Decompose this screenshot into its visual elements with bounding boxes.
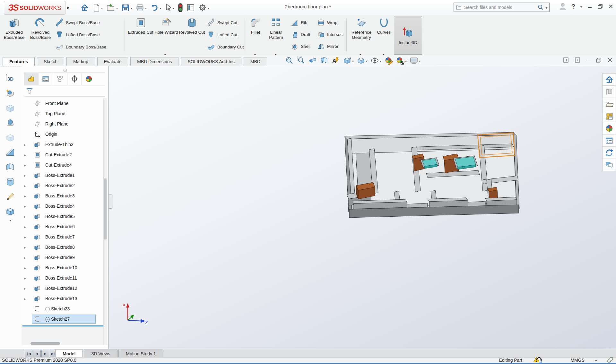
tab-motion-study-1[interactable]: Motion Study 1 [118,350,163,358]
tree-item[interactable]: Boss-Extrude1 [22,170,103,180]
previous-view-button[interactable] [308,56,317,65]
expand-arrow-icon[interactable] [24,162,28,168]
edit-appearance-button[interactable] [384,56,393,65]
tree-item[interactable]: Boss-Extrude7 [22,232,103,242]
reference-geometry-button[interactable]: Reference Geometry [349,17,374,40]
expand-arrow-icon[interactable] [24,142,28,147]
view-palette-button[interactable] [603,110,616,122]
revolved-boss-base-button[interactable]: Revolved Boss/Base [28,17,53,40]
solidworks-forum-button[interactable] [603,147,616,159]
pane-grip-handle[interactable] [63,69,67,72]
instant3d-button[interactable]: Instant3D [394,16,422,55]
pane-splitter-handle[interactable] [109,195,113,209]
tab-feature-manager-tree[interactable] [24,73,39,85]
left-toolbar-expand-caret[interactable] [4,217,17,222]
undo-caret[interactable] [160,5,161,11]
help-button[interactable]: ? [571,3,575,10]
zoom-to-area-button[interactable] [297,56,305,65]
undo-button[interactable] [149,3,162,13]
tree-item[interactable]: Boss-Extrude11 [22,273,103,283]
revolved-cut-button[interactable]: Revolved Cut [179,17,205,35]
restore-button[interactable] [597,4,603,9]
tab-configuration-manager[interactable] [53,73,67,85]
tree-item[interactable]: Boss-Extrude3 [22,191,103,201]
view-orientation-button[interactable] [343,56,354,65]
search-input[interactable] [464,4,535,10]
custom-properties-button[interactable] [603,134,616,147]
display-style-caret[interactable] [366,58,368,64]
shell-button[interactable]: Shell [291,41,310,51]
zoom-to-fit-button[interactable] [285,56,294,65]
search-caret[interactable] [546,4,547,10]
expand-arrow-icon[interactable] [24,265,28,270]
user-account-icon[interactable] [559,3,566,10]
select-caret[interactable] [173,5,174,11]
rib-button[interactable]: Rib [291,18,310,28]
tab-property-manager[interactable] [39,73,53,85]
open-button[interactable] [105,3,119,13]
expand-arrow-icon[interactable] [24,245,28,250]
appearances-scenes-button[interactable] [603,122,616,134]
section-view-button[interactable] [320,56,328,65]
document-minimize-button[interactable]: — [586,57,591,63]
left-tool-icon-8[interactable] [4,176,17,188]
tree-item[interactable]: Extrude-Thin3 [22,139,103,150]
minimize-button[interactable] [587,4,592,9]
tab-mbd[interactable]: MBD [244,57,267,66]
save-caret[interactable] [131,5,132,11]
close-button[interactable] [608,4,613,9]
settings-button[interactable] [197,3,210,13]
units-caret[interactable] [595,358,597,361]
expand-arrow-icon[interactable] [24,286,28,291]
tree-item[interactable]: Boss-Extrude4 [22,201,103,211]
previous-window-button[interactable] [563,57,569,63]
tree-item[interactable]: Origin [22,129,103,139]
tree-item[interactable]: Boss-Extrude13 [22,293,103,304]
tree-item[interactable]: Boss-Extrude2 [22,180,103,191]
left-tool-icon-2[interactable] [4,87,17,100]
tree-item[interactable]: Front Plane [22,98,103,108]
expand-arrow-icon[interactable] [24,152,28,157]
floorplan-model[interactable] [345,132,519,218]
home-button[interactable] [80,3,90,13]
tab-features[interactable]: Features [3,57,35,66]
help-caret[interactable] [580,4,582,9]
new-document-button[interactable] [91,3,104,13]
vertical-scrollbar-thumb[interactable] [104,178,107,239]
left-tool-icon-5[interactable] [4,131,17,144]
tab-model[interactable]: Model [55,350,83,358]
expand-arrow-icon[interactable] [24,234,28,239]
swept-cut-button[interactable]: Swept Cut [207,18,244,27]
design-library-button[interactable] [603,86,616,98]
extruded-boss-base-button[interactable]: Extruded Boss/Base [1,17,27,40]
select-button[interactable] [164,3,175,13]
open-caret[interactable] [116,5,118,11]
fillet-button[interactable]: Fillet [247,17,265,35]
units-selector[interactable]: MMGS [570,358,585,363]
view-orientation-caret[interactable] [352,58,354,64]
tree-item[interactable]: Boss-Extrude10 [22,263,103,273]
left-tool-icon-9[interactable] [4,190,17,203]
tree-filter-row[interactable] [24,85,105,97]
left-tool-icon-3[interactable] [4,102,17,115]
tree-item[interactable]: Boss-Extrude9 [22,252,103,263]
comments-button[interactable] [603,159,616,171]
tree-item[interactable]: (-) Sketch23 [22,304,103,314]
expand-arrow-icon[interactable] [24,204,28,209]
expand-arrow-icon[interactable] [24,214,28,219]
left-tool-icon-7[interactable] [4,161,17,174]
curves-button[interactable]: Curves [375,17,393,35]
vertical-scrollbar[interactable] [103,98,107,345]
left-tool-icon-10[interactable] [4,205,17,218]
expand-arrow-icon[interactable] [24,275,28,281]
previous-tab-button[interactable]: ◀ [33,350,41,357]
tab-evaluate[interactable]: Evaluate [97,57,128,66]
display-options-button[interactable] [186,3,196,13]
expand-arrow-icon[interactable] [24,173,28,178]
view-settings-button[interactable] [410,56,421,65]
apply-scene-button[interactable] [396,56,407,65]
model-3d-view[interactable]: x Z [109,66,616,349]
tree-item[interactable]: Boss-Extrude6 [22,221,103,232]
tree-item[interactable]: Cut-Extrude4 [22,160,103,170]
tree-item[interactable]: Boss-Extrude8 [22,242,103,252]
